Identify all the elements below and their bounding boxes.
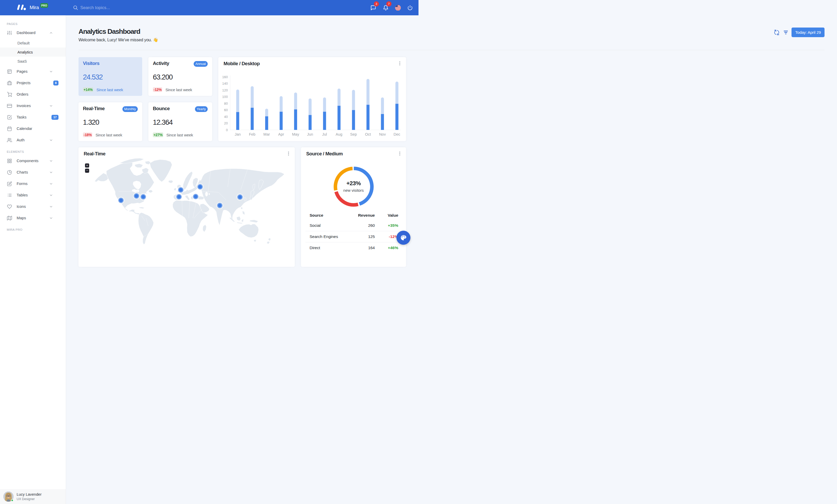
svg-text:40: 40 (224, 115, 228, 119)
svg-text:Jun: Jun (307, 132, 313, 136)
svg-text:60: 60 (224, 108, 228, 112)
svg-text:20: 20 (224, 121, 228, 125)
svg-text:May: May (292, 132, 300, 136)
svg-text:Apr: Apr (278, 132, 284, 136)
svg-text:160: 160 (222, 75, 228, 79)
svg-text:Dec: Dec (394, 132, 400, 136)
svg-text:Feb: Feb (249, 132, 255, 136)
svg-text:Jul: Jul (322, 132, 327, 136)
svg-text:Aug: Aug (336, 132, 342, 136)
svg-text:Mar: Mar (263, 132, 270, 136)
svg-text:100: 100 (222, 95, 228, 99)
svg-text:Sep: Sep (350, 132, 357, 136)
svg-text:Oct: Oct (365, 132, 371, 136)
svg-text:80: 80 (224, 101, 228, 106)
svg-text:Nov: Nov (379, 132, 386, 136)
svg-text:140: 140 (222, 81, 228, 86)
svg-text:Jan: Jan (235, 132, 241, 136)
svg-text:0: 0 (226, 128, 228, 132)
svg-text:120: 120 (222, 88, 228, 92)
